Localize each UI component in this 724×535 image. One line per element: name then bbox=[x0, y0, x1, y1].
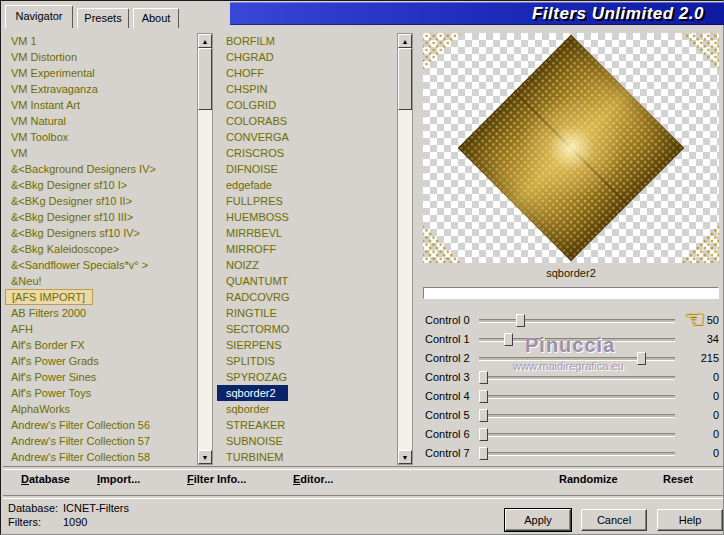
filter-list[interactable]: BORFILMCHGRADCHOFFCHSPINCOLGRIDCOLORABSC… bbox=[217, 33, 397, 465]
list-item[interactable]: COLORABS bbox=[217, 113, 397, 129]
button-database[interactable]: Database bbox=[21, 473, 70, 485]
tab-presets[interactable]: Presets bbox=[77, 8, 129, 28]
list-item[interactable]: MIRRBEVL bbox=[217, 225, 397, 241]
list-item[interactable]: VM Natural bbox=[5, 113, 197, 129]
list-item[interactable]: AFH bbox=[5, 321, 197, 337]
scroll-down-icon[interactable]: ▼ bbox=[398, 450, 412, 464]
list-item[interactable]: &<Bkg Designer sf10 III> bbox=[5, 209, 197, 225]
scroll-up-icon[interactable]: ▲ bbox=[198, 34, 212, 48]
control-slider[interactable] bbox=[479, 387, 675, 406]
control-value: 0 bbox=[713, 371, 719, 383]
scroll-down-icon[interactable]: ▼ bbox=[198, 450, 212, 464]
list-item[interactable]: CHGRAD bbox=[217, 49, 397, 65]
list-item[interactable]: &Neu! bbox=[5, 273, 197, 289]
scroll-up-icon[interactable]: ▲ bbox=[398, 34, 412, 48]
list-item[interactable]: SECTORMO bbox=[217, 321, 397, 337]
tab-about[interactable]: About bbox=[133, 8, 179, 28]
list-item[interactable]: VM Experimental bbox=[5, 65, 197, 81]
list-item[interactable]: STREAKER bbox=[217, 417, 397, 433]
list-item[interactable]: COLGRID bbox=[217, 97, 397, 113]
list-item[interactable]: CHOFF bbox=[217, 65, 397, 81]
button-apply[interactable]: Apply bbox=[505, 509, 571, 531]
list-item[interactable]: HUEMBOSS bbox=[217, 209, 397, 225]
slider-thumb[interactable] bbox=[637, 352, 646, 365]
list-item[interactable]: RINGTILE bbox=[217, 305, 397, 321]
list-item[interactable]: Andrew's Filter Collection 57 bbox=[5, 433, 197, 449]
list-item[interactable]: VM Instant Art bbox=[5, 97, 197, 113]
slider-thumb[interactable] bbox=[479, 371, 488, 384]
button-help[interactable]: Help bbox=[657, 509, 723, 531]
filter-scrollbar[interactable]: ▲ ▼ bbox=[397, 33, 413, 465]
button-filter-info[interactable]: Filter Info... bbox=[187, 473, 246, 485]
tab-navigator[interactable]: Navigator bbox=[5, 5, 73, 28]
button-import[interactable]: Import... bbox=[97, 473, 140, 485]
control-slider[interactable] bbox=[479, 425, 675, 444]
slider-thumb[interactable] bbox=[479, 409, 488, 422]
list-item[interactable]: FULLPRES bbox=[217, 193, 397, 209]
control-label: Control 1 bbox=[425, 333, 470, 345]
category-scrollbar[interactable]: ▲ ▼ bbox=[197, 33, 213, 465]
scrollbar-thumb[interactable] bbox=[398, 48, 412, 110]
list-item[interactable]: &<BKg Designer sf10 II> bbox=[5, 193, 197, 209]
slider-thumb[interactable] bbox=[479, 390, 488, 403]
control-label: Control 5 bbox=[425, 409, 470, 421]
scrollbar-track[interactable] bbox=[398, 48, 412, 450]
slider-thumb[interactable] bbox=[479, 447, 488, 460]
slider-groove bbox=[479, 433, 675, 437]
button-editor[interactable]: Editor... bbox=[293, 473, 333, 485]
list-item[interactable]: QUANTUMT bbox=[217, 273, 397, 289]
list-item[interactable]: Alf's Power Toys bbox=[5, 385, 197, 401]
title-bar: Filters Unlimited 2.0 bbox=[230, 2, 724, 25]
control-slider[interactable] bbox=[479, 444, 675, 463]
preview-corner-pattern bbox=[679, 223, 719, 263]
slider-thumb[interactable] bbox=[504, 333, 513, 346]
list-item[interactable]: VM bbox=[5, 145, 197, 161]
list-item[interactable]: NOIZZ bbox=[217, 257, 397, 273]
control-slider[interactable] bbox=[479, 311, 675, 330]
list-item[interactable]: AB Filters 2000 bbox=[5, 305, 197, 321]
list-item[interactable]: SUBNOISE bbox=[217, 433, 397, 449]
button-cancel[interactable]: Cancel bbox=[581, 509, 647, 531]
list-item[interactable]: DIFNOISE bbox=[217, 161, 397, 177]
divider bbox=[3, 495, 723, 499]
list-item[interactable]: SIERPENS bbox=[217, 337, 397, 353]
list-item[interactable]: [AFS IMPORT] bbox=[5, 289, 93, 305]
list-item[interactable]: Andrew's Filter Collection 58 bbox=[5, 449, 197, 465]
list-item[interactable]: &<Background Designers IV> bbox=[5, 161, 197, 177]
list-item[interactable]: &<Bkg Designers sf10 IV> bbox=[5, 225, 197, 241]
slider-thumb[interactable] bbox=[516, 314, 525, 327]
list-item[interactable]: VM Toolbox bbox=[5, 129, 197, 145]
list-item[interactable]: SPYROZAG bbox=[217, 369, 397, 385]
scrollbar-track[interactable] bbox=[198, 48, 212, 450]
list-item[interactable]: AlphaWorks bbox=[5, 401, 197, 417]
list-item[interactable]: VM Extravaganza bbox=[5, 81, 197, 97]
list-item[interactable]: RADCOVRG bbox=[217, 289, 397, 305]
list-item[interactable]: sqborder2 bbox=[217, 385, 288, 401]
list-item[interactable]: CHSPIN bbox=[217, 81, 397, 97]
list-item[interactable]: Alf's Power Grads bbox=[5, 353, 197, 369]
list-item[interactable]: VM Distortion bbox=[5, 49, 197, 65]
control-slider[interactable] bbox=[479, 406, 675, 425]
list-item[interactable]: VM 1 bbox=[5, 33, 197, 49]
list-item[interactable]: SPLITDIS bbox=[217, 353, 397, 369]
list-item[interactable]: CRISCROS bbox=[217, 145, 397, 161]
list-item[interactable]: CONVERGA bbox=[217, 129, 397, 145]
slider-thumb[interactable] bbox=[479, 428, 488, 441]
list-item[interactable]: sqborder bbox=[217, 401, 397, 417]
list-item[interactable]: &<Sandflower Specials*v° > bbox=[5, 257, 197, 273]
list-item[interactable]: MIRROFF bbox=[217, 241, 397, 257]
list-item[interactable]: Alf's Power Sines bbox=[5, 369, 197, 385]
preview-corner-pattern bbox=[423, 223, 463, 263]
scrollbar-thumb[interactable] bbox=[198, 48, 212, 110]
list-item[interactable]: &<Bkg Designer sf10 I> bbox=[5, 177, 197, 193]
list-item[interactable]: Andrew's Filter Collection 56 bbox=[5, 417, 197, 433]
button-reset[interactable]: Reset bbox=[663, 473, 693, 485]
list-item[interactable]: BORFILM bbox=[217, 33, 397, 49]
list-item[interactable]: edgefade bbox=[217, 177, 397, 193]
list-item[interactable]: TURBINEM bbox=[217, 449, 397, 465]
category-list[interactable]: VM 1VM DistortionVM ExperimentalVM Extra… bbox=[5, 33, 197, 465]
button-randomize[interactable]: Randomize bbox=[559, 473, 618, 485]
control-value: 215 bbox=[701, 352, 719, 364]
list-item[interactable]: Alf's Border FX bbox=[5, 337, 197, 353]
list-item[interactable]: &<Bkg Kaleidoscope> bbox=[5, 241, 197, 257]
